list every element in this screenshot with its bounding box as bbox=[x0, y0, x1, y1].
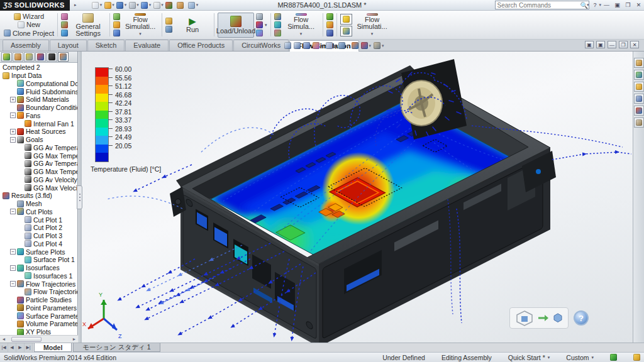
tree-item-fluid-subdomains[interactable]: Fluid Subdomains bbox=[0, 87, 77, 96]
options-icon[interactable] bbox=[175, 1, 186, 10]
tree-expander[interactable]: − bbox=[10, 137, 16, 143]
resources-tab-button[interactable] bbox=[634, 70, 644, 80]
doc-minimize-button[interactable]: — bbox=[608, 41, 616, 48]
tab-last-button[interactable]: ▶| bbox=[25, 343, 33, 352]
boundary-condition-icon[interactable] bbox=[113, 30, 120, 36]
tree-item-surface-plots[interactable]: −Surface Plots bbox=[0, 248, 77, 256]
appearances-tab-button[interactable] bbox=[634, 106, 644, 116]
hide-show-items-icon[interactable] bbox=[338, 42, 345, 49]
quick-tips-icon[interactable] bbox=[610, 354, 617, 361]
tree-expander[interactable]: − bbox=[10, 209, 16, 214]
appearance-toggle-button[interactable] bbox=[340, 26, 352, 36]
tree-expander[interactable]: + bbox=[10, 97, 16, 102]
tree-item-computational-domain[interactable]: Computational Domain bbox=[0, 80, 77, 88]
new-project-button[interactable]: New bbox=[18, 21, 40, 28]
tree-item-cut-plots[interactable]: −Cut Plots bbox=[0, 208, 77, 216]
tree-item-completed-2[interactable]: Completed 2 bbox=[0, 63, 77, 72]
rebuild-icon[interactable] bbox=[164, 1, 175, 10]
goal-plot-ribbon-icon[interactable] bbox=[326, 21, 333, 28]
doc-newwindow-button[interactable]: ▣ bbox=[585, 41, 594, 48]
command-tab-circuitworks[interactable]: CircuitWorks bbox=[233, 40, 289, 51]
command-tab-evaluate[interactable]: Evaluate bbox=[125, 40, 169, 51]
tree-expander[interactable]: − bbox=[10, 112, 16, 118]
tree-item-particle-studies[interactable]: Particle Studies bbox=[0, 296, 77, 304]
panel-flyout-handle[interactable] bbox=[77, 185, 82, 209]
search-input[interactable] bbox=[497, 2, 580, 9]
tab-propertymanager[interactable] bbox=[13, 52, 23, 62]
tree-item-point-parameters[interactable]: Point Parameters bbox=[0, 304, 77, 312]
tab-featuremanager[interactable] bbox=[1, 52, 12, 62]
tree-item-fans[interactable]: −Fans bbox=[0, 112, 77, 120]
tree-item-solid-materials[interactable]: +Solid Materials bbox=[0, 96, 77, 104]
edit-appearance-icon[interactable] bbox=[352, 42, 358, 49]
cascade-button[interactable]: ❐ bbox=[623, 1, 633, 9]
scroll-right-arrow[interactable]: ► bbox=[70, 336, 78, 343]
lighting-toggle-button[interactable] bbox=[340, 14, 352, 25]
tree-expander[interactable]: + bbox=[10, 129, 16, 134]
tree-item-isosurfaces-1[interactable]: Isosurfaces 1 bbox=[0, 272, 77, 280]
tree-item-gg-max-temperature[interactable]: GG Max Temperature ( bbox=[0, 168, 77, 176]
tree-item-input-data[interactable]: Input Data bbox=[0, 72, 77, 80]
solidworks-logo[interactable]: ƷS SOLIDWORKS bbox=[0, 0, 70, 11]
tree-item-flow-trajectories[interactable]: −Flow Trajectories bbox=[0, 280, 77, 288]
tree-item-gg-max-temperature[interactable]: GG Max Temperature ( bbox=[0, 151, 77, 160]
tree-item-cut-plot-1[interactable]: Cut Plot 1 bbox=[0, 216, 77, 224]
tree-item-flow-trajectories-1[interactable]: Flow Trajectories 1 bbox=[0, 288, 77, 296]
tree-item-heat-sources[interactable]: +Heat Sources bbox=[0, 128, 77, 136]
tree-item-xy-plots[interactable]: XY Plots bbox=[0, 328, 77, 335]
tab-prev-button[interactable]: ◀ bbox=[8, 343, 16, 352]
component-control-icon[interactable] bbox=[61, 30, 68, 36]
flow-display-button[interactable]: Flow Simulati...▾ bbox=[354, 13, 391, 38]
tree-item-gg-av-temperature-fl[interactable]: GG Av Temperature (Fl bbox=[0, 144, 77, 152]
clone-project-button[interactable]: Clone Project bbox=[4, 30, 54, 37]
tree-item-cut-plot-2[interactable]: Cut Plot 2 bbox=[0, 224, 77, 232]
graphics-area[interactable]: Y X Z 60.0055.5651.1246.6842.2437.8133.3… bbox=[82, 52, 633, 343]
tree-item-boundary-conditions[interactable]: Boundary Conditions bbox=[0, 104, 77, 112]
solve-settings-icon[interactable] bbox=[165, 18, 172, 25]
tag-icon[interactable] bbox=[633, 354, 640, 361]
report-ribbon-icon[interactable] bbox=[326, 30, 333, 36]
custom-properties-tab-button[interactable] bbox=[634, 118, 644, 128]
menu-expand-arrow[interactable]: ▸ bbox=[70, 1, 81, 10]
tree-item-isosurfaces[interactable]: −Isosurfaces bbox=[0, 264, 77, 272]
batch-run-icon[interactable] bbox=[165, 26, 172, 33]
tree-item-cut-plot-4[interactable]: Cut Plot 4 bbox=[0, 240, 77, 248]
tree-item-gg-av-temperature-so[interactable]: GG Av Temperature (So bbox=[0, 160, 77, 168]
command-tab-sketch[interactable]: Sketch bbox=[87, 40, 125, 51]
tree-item-results-3-fld[interactable]: Results (3.fld) bbox=[0, 192, 77, 200]
tree-item-internal-fan-1[interactable]: Internal Fan 1 bbox=[0, 119, 77, 128]
cut-plot-ribbon-icon[interactable] bbox=[274, 13, 281, 20]
tab-flow-simulation-tree[interactable] bbox=[58, 52, 69, 62]
minimize-button[interactable]: — bbox=[601, 1, 612, 9]
model-tab[interactable]: Model bbox=[34, 343, 72, 352]
tab-dimxpertmanager[interactable] bbox=[35, 52, 46, 62]
scroll-left-arrow[interactable]: ◄ bbox=[0, 336, 8, 343]
surface-plot-ribbon-icon[interactable] bbox=[274, 21, 281, 28]
tree-item-goals[interactable]: −Goals bbox=[0, 136, 77, 144]
results-summary-icon[interactable] bbox=[256, 13, 263, 20]
display-parameters-icon[interactable] bbox=[256, 30, 263, 36]
doc-restore-button[interactable]: ❐ bbox=[619, 41, 628, 48]
tab-configurationmanager[interactable] bbox=[24, 52, 35, 62]
isosurface-ribbon-icon[interactable] bbox=[274, 30, 281, 36]
home-tab-button[interactable] bbox=[634, 58, 644, 68]
computational-domain-icon[interactable] bbox=[113, 13, 120, 20]
units-icon[interactable] bbox=[61, 13, 68, 20]
run-button[interactable]: ▶ Run bbox=[174, 13, 211, 38]
tree-expander[interactable]: − bbox=[10, 281, 16, 287]
command-tab-assembly[interactable]: Assembly bbox=[3, 40, 49, 51]
doc-tile-button[interactable]: ▣ bbox=[596, 41, 605, 48]
tree-item-gg-max-velocity-1[interactable]: GG Max Velocity 1 bbox=[0, 184, 77, 192]
panel-horizontal-scrollbar[interactable]: ◄ ► bbox=[0, 335, 78, 343]
display-style-icon[interactable] bbox=[326, 42, 333, 49]
command-tab-office-products[interactable]: Office Products bbox=[169, 40, 233, 51]
scale-plot-icon[interactable] bbox=[256, 21, 263, 28]
tab-displaymanager[interactable] bbox=[47, 52, 57, 62]
view-settings-icon[interactable] bbox=[374, 42, 380, 49]
tab-first-button[interactable]: |◀ bbox=[0, 343, 8, 352]
tree-expander[interactable]: − bbox=[10, 265, 16, 271]
tree-item-volume-parameters[interactable]: Volume Parameters bbox=[0, 320, 77, 328]
tab-next-button[interactable]: ▶ bbox=[16, 343, 25, 352]
xy-plot-ribbon-icon[interactable] bbox=[326, 13, 333, 20]
tree-item-mesh[interactable]: Mesh bbox=[0, 200, 77, 208]
